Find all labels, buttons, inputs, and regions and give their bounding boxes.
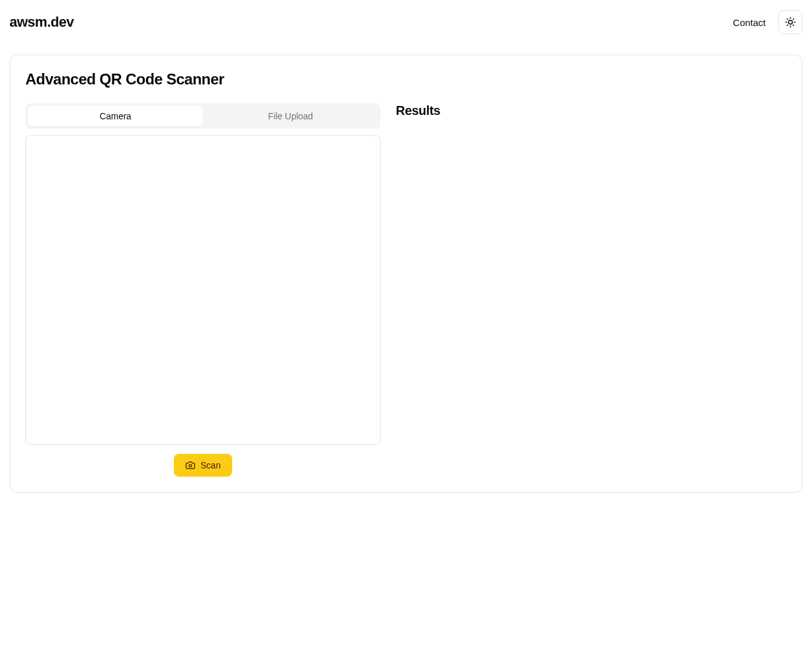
svg-point-0 [789,20,792,24]
results-panel: Results [396,103,787,477]
sun-icon [785,17,796,28]
tab-camera[interactable]: Camera [28,106,203,126]
content-area: Camera File Upload Scan Results [25,103,787,477]
scan-button-wrap: Scan [25,454,381,477]
svg-point-1 [189,465,192,467]
app-header: awsm.dev Contact [0,0,812,44]
scanner-panel: Camera File Upload Scan [25,103,381,477]
theme-toggle-button[interactable] [778,10,802,34]
main-card: Advanced QR Code Scanner Camera File Upl… [10,55,802,493]
camera-preview [25,135,381,445]
site-logo[interactable]: awsm.dev [10,14,74,30]
tab-file-upload[interactable]: File Upload [203,106,378,126]
results-title: Results [396,103,787,118]
input-mode-tabs: Camera File Upload [25,103,381,129]
scan-button[interactable]: Scan [174,454,232,477]
scan-button-label: Scan [200,460,221,470]
camera-icon [185,460,195,470]
page-title: Advanced QR Code Scanner [25,70,787,88]
contact-link[interactable]: Contact [733,17,766,28]
header-right: Contact [733,10,802,34]
